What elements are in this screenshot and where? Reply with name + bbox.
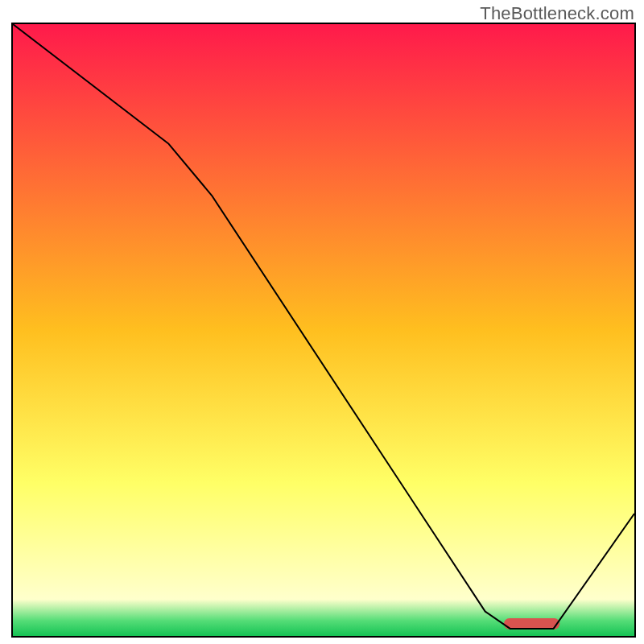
watermark-text: TheBottleneck.com — [480, 3, 634, 24]
chart-svg — [13, 24, 634, 636]
gradient-background — [13, 24, 634, 636]
optimal-marker — [504, 618, 559, 630]
chart-plot-area — [11, 23, 636, 638]
